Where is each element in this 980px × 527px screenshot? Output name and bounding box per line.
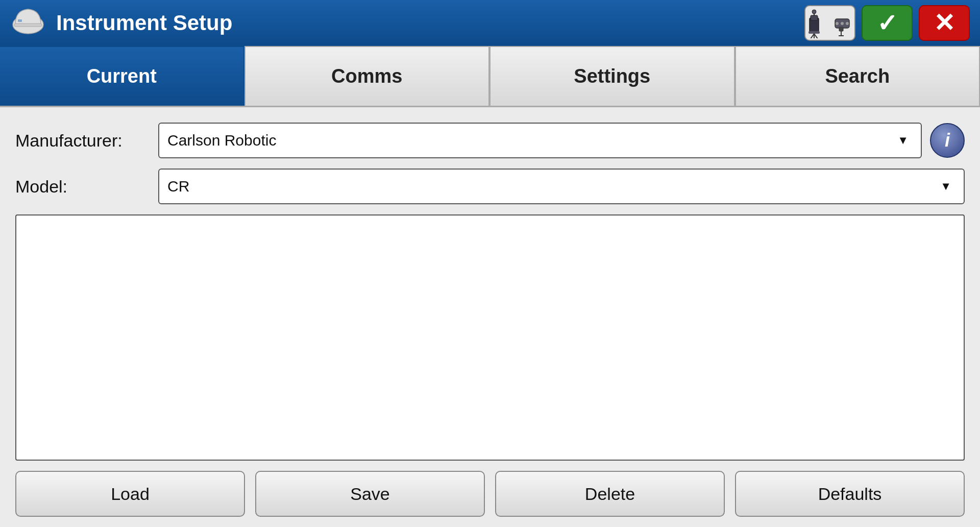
info-icon: i bbox=[945, 130, 950, 151]
save-button[interactable]: Save bbox=[255, 471, 485, 517]
model-select[interactable]: CR ▼ bbox=[158, 169, 965, 204]
tab-settings[interactable]: Settings bbox=[489, 46, 735, 106]
manufacturer-select[interactable]: Carlson Robotic ▼ bbox=[158, 123, 922, 158]
svg-rect-4 bbox=[811, 15, 818, 20]
close-icon: ✕ bbox=[934, 8, 955, 38]
main-content: Manufacturer: Carlson Robotic ▼ i Model:… bbox=[0, 107, 980, 527]
manufacturer-select-wrapper: Carlson Robotic ▼ i bbox=[158, 123, 965, 158]
svg-rect-15 bbox=[839, 27, 843, 31]
model-dropdown-arrow: ▼ bbox=[936, 178, 955, 195]
svg-point-14 bbox=[846, 22, 849, 25]
instrument-detail-area bbox=[15, 214, 965, 461]
manufacturer-dropdown-arrow: ▼ bbox=[893, 132, 913, 149]
tab-comms[interactable]: Comms bbox=[244, 46, 490, 106]
delete-button[interactable]: Delete bbox=[495, 471, 725, 517]
page-title: Instrument Setup bbox=[56, 11, 804, 35]
manufacturer-label: Manufacturer: bbox=[15, 131, 148, 151]
svg-rect-2 bbox=[18, 19, 22, 22]
model-select-wrapper: CR ▼ bbox=[158, 169, 965, 204]
app-logo bbox=[10, 5, 46, 41]
svg-point-13 bbox=[841, 22, 844, 25]
svg-line-10 bbox=[814, 34, 820, 38]
close-button[interactable]: ✕ bbox=[919, 5, 970, 41]
manufacturer-value: Carlson Robotic bbox=[167, 132, 276, 149]
svg-rect-7 bbox=[808, 31, 820, 34]
header: Instrument Setup bbox=[0, 0, 980, 46]
model-value: CR bbox=[167, 178, 189, 195]
ok-button[interactable]: ✓ bbox=[862, 5, 913, 41]
svg-point-6 bbox=[812, 10, 816, 14]
model-label: Model: bbox=[15, 177, 148, 197]
svg-point-12 bbox=[836, 22, 839, 25]
load-button[interactable]: Load bbox=[15, 471, 245, 517]
defaults-button[interactable]: Defaults bbox=[735, 471, 965, 517]
tab-search[interactable]: Search bbox=[735, 46, 981, 106]
svg-line-8 bbox=[808, 34, 814, 38]
checkmark-icon: ✓ bbox=[877, 9, 897, 37]
manufacturer-row: Manufacturer: Carlson Robotic ▼ i bbox=[15, 123, 965, 158]
model-row: Model: CR ▼ bbox=[15, 169, 965, 204]
instrument-icon-button[interactable] bbox=[804, 5, 855, 41]
header-action-buttons: ✓ ✕ bbox=[804, 5, 970, 41]
info-button[interactable]: i bbox=[930, 123, 965, 158]
bottom-action-bar: Load Save Delete Defaults bbox=[15, 471, 965, 517]
svg-rect-1 bbox=[14, 23, 42, 27]
tab-current[interactable]: Current bbox=[0, 46, 244, 106]
tab-bar: Current Comms Settings Search bbox=[0, 46, 980, 107]
